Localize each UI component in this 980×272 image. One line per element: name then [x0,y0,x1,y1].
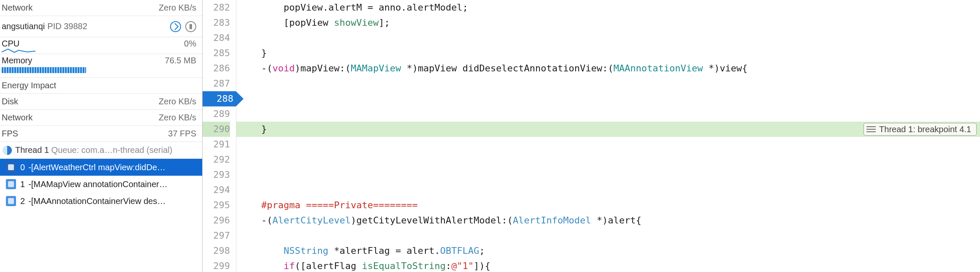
line-number[interactable]: 287 [203,76,230,91]
gauge-memory[interactable]: Memory 76.5 MB [0,54,202,78]
line-number[interactable]: 282 [203,0,230,15]
code-line[interactable] [236,152,980,167]
debug-navigator: Network Zero KB/s angsutianqi PID 39882 … [0,0,203,272]
code-line[interactable]: } [236,46,980,61]
code-line[interactable]: -(void)mapView:(MAMapView *)mapView didD… [236,61,980,76]
location-icon[interactable] [170,21,181,32]
gauge-label: FPS [2,129,18,139]
line-number[interactable]: 293 [203,167,230,182]
line-number[interactable]: 283 [203,15,230,30]
thread-name: Thread 1 [15,145,49,155]
code-line[interactable]: #pragma =====Private======== [236,198,980,213]
gauge-label: Disk [2,97,18,106]
line-number[interactable]: 292 [203,152,230,167]
code-line[interactable]: if([alertFlag isEqualToString:@"1"]){ [236,258,980,272]
frame-label: -[AlertWeatherCtrl mapView:didDe… [28,163,165,172]
pause-icon[interactable] [185,21,196,32]
gauge-energy[interactable]: Energy Impact [0,78,202,94]
frame-index: 2 [20,196,25,206]
line-number[interactable]: 285 [203,46,230,61]
gauge-value: 76.5 MB [165,56,196,65]
code-line[interactable] [236,30,980,46]
stack-frame[interactable]: 0 -[AlertWeatherCtrl mapView:didDe… [0,159,202,176]
breakpoint-indicator[interactable]: Thread 1: breakpoint 4.1 [864,123,977,136]
gauge-disk[interactable]: Disk Zero KB/s [0,94,202,110]
line-number[interactable]: 291 [203,137,230,152]
line-number[interactable]: 289 [203,106,230,122]
line-number[interactable]: 299 [203,258,230,272]
gauge-label: CPU [2,39,19,49]
gauge-value: Zero KB/s [159,113,196,122]
frame-user-icon [6,162,16,172]
gauge-fps[interactable]: FPS 37 FPS [0,126,202,142]
line-number[interactable]: 294 [203,182,230,198]
code-line[interactable] [236,76,980,91]
line-number-gutter[interactable]: 2822832842852862872882892902912922932942… [203,0,236,272]
code-line[interactable] [236,137,980,152]
line-number[interactable]: 296 [203,213,230,228]
frame-label: -[MAAnnotationContainerView des… [28,196,165,206]
line-number[interactable]: 286 [203,61,230,76]
thread-header[interactable]: Thread 1 Queue: com.a…n-thread (serial) [0,142,202,159]
stack-frame-list: 0 -[AlertWeatherCtrl mapView:didDe… 1 -[… [0,159,202,209]
line-number[interactable]: 295 [203,198,230,213]
gauge-label: Energy Impact [2,81,56,90]
gauge-value: 37 FPS [168,129,196,139]
frame-index: 0 [20,163,25,172]
stack-frame[interactable]: 2 -[MAAnnotationContainerView des… [0,193,202,209]
code-line[interactable] [236,167,980,182]
gauge-label: Network [2,113,32,122]
menu-icon [866,125,876,133]
process-name: angsutianqi [2,22,45,31]
code-line[interactable]: }Thread 1: breakpoint 4.1 [236,122,980,137]
code-line[interactable]: [popView showView]; [236,15,980,30]
process-pid: PID 39882 [47,22,87,31]
stack-frame[interactable]: 1 -[MAMapView annotationContainer… [0,176,202,193]
line-number[interactable]: 290 [203,122,230,137]
process-row[interactable]: angsutianqi PID 39882 [0,16,202,37]
line-number[interactable]: 284 [203,30,230,46]
code-line[interactable]: popView.alertM = anno.alertModel; [236,0,980,15]
gauge-network-bottom[interactable]: Network Zero KB/s [0,110,202,126]
code-area[interactable]: popView.alertM = anno.alertModel; [popVi… [236,0,980,272]
gauge-label: Network [2,3,32,13]
activity-indicator-icon [3,146,12,155]
frame-user-icon [6,196,16,206]
code-line[interactable] [236,228,980,243]
line-number[interactable]: 297 [203,228,230,243]
gauge-cpu[interactable]: CPU 0% [0,37,202,54]
line-number[interactable]: 288 [203,91,236,106]
code-editor[interactable]: 2822832842852862872882892902912922932942… [203,0,980,272]
frame-user-icon [6,179,16,189]
cpu-sparkline-icon [2,49,31,53]
gauge-value: Zero KB/s [159,3,196,13]
gauge-network-top[interactable]: Network Zero KB/s [0,0,202,16]
thread-queue: Queue: com.a…n-thread (serial) [49,145,172,155]
code-line[interactable]: -(AlertCityLevel)getCityLevelWithAlertMo… [236,213,980,228]
code-line[interactable] [236,182,980,198]
memory-bar-icon [2,67,86,73]
gauge-value: 0% [184,39,196,49]
code-line[interactable] [236,106,980,122]
line-number[interactable]: 298 [203,243,230,258]
frame-index: 1 [20,180,25,189]
breakpoint-label: Thread 1: breakpoint 4.1 [879,122,971,137]
gauge-value: Zero KB/s [159,97,196,106]
code-line[interactable] [236,91,980,106]
code-line[interactable]: NSString *alertFlag = alert.OBTFLAG; [236,243,980,258]
gauge-label: Memory [2,56,32,65]
frame-label: -[MAMapView annotationContainer… [28,180,168,189]
